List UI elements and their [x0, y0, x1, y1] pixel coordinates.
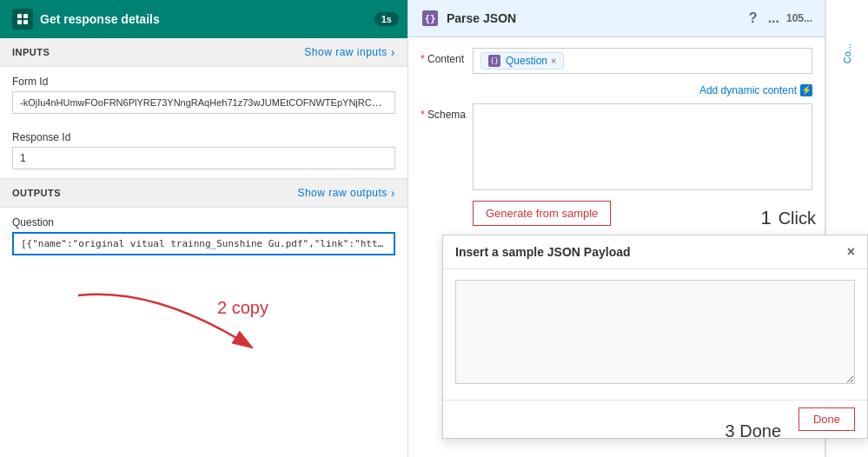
left-panel: Get response details 1s INPUTS Show raw …: [0, 0, 408, 457]
lightning-icon: ⚡: [800, 84, 812, 96]
inputs-section: INPUTS Show raw inputs › Form Id -kOjIu4…: [0, 38, 407, 179]
co-label: Co...: [842, 43, 852, 63]
left-panel-title: Get response details: [40, 12, 395, 26]
form-id-label: Form Id: [12, 76, 395, 88]
instruction-step2: 2 copy: [217, 298, 268, 318]
svg-text:{}: {}: [424, 13, 435, 24]
show-raw-outputs-link[interactable]: Show raw outputs ›: [297, 186, 395, 200]
parse-json-icon: {}: [421, 9, 440, 28]
form-icon: [12, 9, 33, 30]
content-label: * Content: [421, 48, 473, 65]
outputs-section: OUTPUTS Show raw outputs › Question [{"n…: [0, 179, 407, 457]
svg-rect-1: [23, 14, 28, 18]
page-number: 105...: [786, 12, 812, 24]
generate-from-sample-button[interactable]: Generate from sample: [473, 201, 611, 226]
form-id-input: -kOjIu4nHUmwFOoFRN6PlYRE73YNngRAqHeh71z7…: [12, 91, 395, 114]
parse-json-title: Parse JSON: [447, 11, 742, 25]
parse-json-header: {} Parse JSON ? ... 105...: [408, 0, 825, 37]
outputs-header: OUTPUTS Show raw outputs ›: [0, 179, 407, 208]
svg-text:⚡: ⚡: [801, 84, 812, 96]
question-label: Question: [12, 216, 395, 228]
question-value: [{"name":"original vitual trainng_Sunshi…: [12, 232, 395, 255]
main-container: Get response details 1s INPUTS Show raw …: [0, 0, 868, 457]
svg-rect-2: [17, 20, 22, 24]
arrow-right-icon-outputs: ›: [391, 186, 395, 200]
question-tag: {} Question ×: [480, 52, 564, 70]
left-panel-header: Get response details 1s: [0, 0, 407, 38]
outputs-label: OUTPUTS: [12, 188, 61, 198]
help-button[interactable]: ?: [749, 10, 758, 26]
sample-json-panel: Insert a sample JSON Payload × Done: [442, 235, 868, 439]
sample-json-title: Insert a sample JSON Payload: [455, 245, 631, 259]
response-id-label: Response Id: [12, 131, 395, 143]
add-dynamic-content-link[interactable]: Add dynamic content ⚡: [421, 84, 812, 96]
sample-json-body: [443, 269, 867, 400]
show-raw-inputs-link[interactable]: Show raw inputs ›: [304, 45, 395, 59]
sample-json-header: Insert a sample JSON Payload ×: [443, 235, 867, 269]
time-badge: 1s: [374, 12, 399, 26]
content-value-field[interactable]: {} Question ×: [473, 48, 812, 74]
schema-textarea[interactable]: [473, 103, 812, 190]
inputs-header: INPUTS Show raw inputs ›: [0, 38, 407, 67]
svg-rect-0: [17, 14, 22, 18]
response-id-group: Response Id 1: [0, 123, 407, 178]
sample-json-footer: Done: [443, 400, 867, 438]
svg-rect-3: [23, 20, 28, 24]
sample-json-textarea[interactable]: [455, 280, 855, 384]
question-output-group: Question [{"name":"original vitual train…: [0, 208, 407, 264]
close-sample-json-button[interactable]: ×: [847, 244, 855, 260]
schema-row: * Schema: [421, 103, 812, 190]
arrow-right-icon: ›: [391, 45, 395, 59]
more-button[interactable]: ...: [768, 10, 779, 26]
svg-text:{}: {}: [490, 57, 499, 65]
schema-label: * Schema: [421, 103, 473, 121]
response-id-input: 1: [12, 147, 395, 169]
content-row: * Content {} Question ×: [421, 48, 812, 74]
instruction-step3: 3 Done: [726, 421, 782, 441]
inputs-label: INPUTS: [12, 47, 50, 57]
remove-tag-button[interactable]: ×: [551, 56, 556, 66]
form-id-group: Form Id -kOjIu4nHUmwFOoFRN6PlYRE73YNngRA…: [0, 67, 407, 123]
instruction-step1: 1 Click: [760, 207, 816, 229]
done-button[interactable]: Done: [798, 407, 855, 431]
